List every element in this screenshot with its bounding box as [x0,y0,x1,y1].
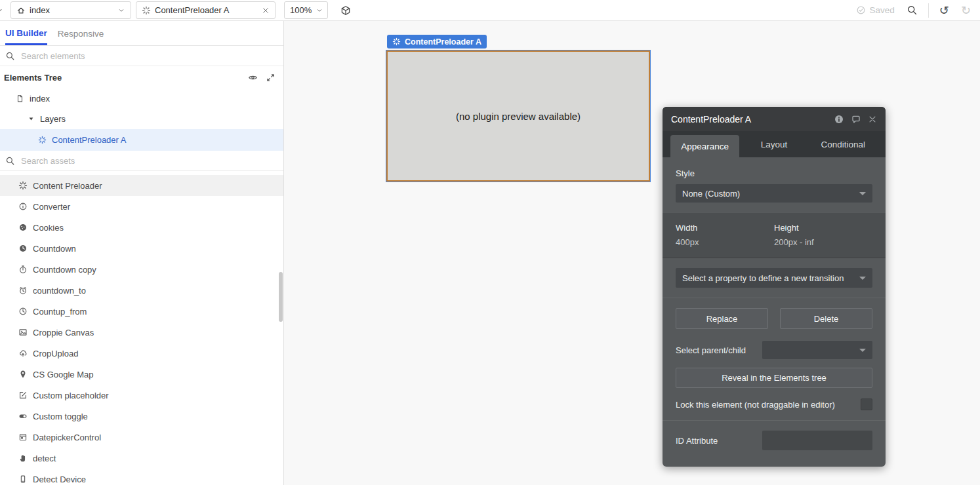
top-toolbar: index ContentPreloader A 100% Saved ↺ ↻ [0,0,980,21]
asset-label: Countdown copy [33,265,96,275]
asset-label: Custom placeholder [33,391,109,400]
list-item[interactable]: detect [0,448,283,469]
replace-button[interactable]: Replace [676,308,768,329]
asset-label: DatepickerControl [33,433,101,442]
tab-responsive[interactable]: Responsive [58,22,104,44]
transition-dropdown-placeholder: Select a property to define a new transi… [682,273,844,283]
search-icon[interactable] [907,5,918,16]
info-icon[interactable] [834,114,844,125]
toolbar-divider [928,3,929,18]
plugin-gear-icon [142,6,151,15]
style-label: Style [676,168,872,178]
clock-icon [18,307,28,316]
list-item[interactable]: CropUpload [0,343,283,364]
lock-element-label: Lock this element (not draggable in edit… [676,400,861,410]
asset-label: Converter [33,202,70,212]
panel-header[interactable]: ContentPreloader A [663,107,886,131]
page-selector-value: index [30,5,50,15]
tree-item-index[interactable]: index [0,88,283,109]
list-item[interactable]: Countdown [0,238,283,259]
asset-label: Croppie Canvas [33,328,94,338]
style-dropdown[interactable]: None (Custom) [676,184,872,203]
save-status-label: Saved [870,5,895,15]
tab-ui-builder[interactable]: UI Builder [5,22,47,45]
height-label: Height [774,223,872,233]
alarm-clock-icon [18,286,28,295]
height-value: 200px - inf [774,237,872,247]
expand-icon[interactable] [266,73,276,83]
stopwatch-icon [18,265,28,274]
list-item[interactable]: Custom placeholder [0,385,283,406]
gear-icon [18,181,28,190]
id-attribute-input[interactable] [762,431,872,450]
page-selector-dropdown[interactable]: index [10,1,131,19]
list-item[interactable]: countdown_to [0,280,283,301]
tab-conditional[interactable]: Conditional [809,131,878,157]
asset-label: Detect Device [33,475,86,484]
transition-dropdown[interactable]: Select a property to define a new transi… [676,268,872,288]
sidebar-scrollbar[interactable] [279,272,283,322]
contentpreloader-element[interactable]: (no plugin preview available) [386,50,650,182]
delete-button[interactable]: Delete [780,308,872,329]
eye-icon[interactable] [248,73,258,83]
search-assets-input[interactable] [21,156,278,166]
zoom-dropdown[interactable]: 100% [284,1,328,19]
list-item[interactable]: Croppie Canvas [0,322,283,343]
elements-tree-header: Elements Tree [0,66,283,88]
page-document-icon [16,94,24,103]
chevron-down-icon [859,349,866,352]
list-item[interactable]: Cookies [0,217,283,238]
element-tab-label: ContentPreloader A [155,5,229,15]
list-item[interactable]: Detect Device [0,469,283,485]
dimensions-section: Width 400px Height 200px - inf [663,212,886,258]
asset-label: CropUpload [33,349,78,359]
chevron-down-icon [859,277,866,280]
asset-label: Countdown [33,244,76,254]
selected-element-name: ContentPreloader A [405,37,481,47]
close-icon[interactable] [262,7,270,14]
redo-button[interactable]: ↻ [961,5,971,16]
search-elements-input[interactable] [21,51,278,61]
search-assets-bar [0,151,283,171]
list-item[interactable]: Countup_from [0,301,283,322]
phone-icon [18,475,28,484]
comment-icon[interactable] [851,114,861,125]
asset-label: countdown_to [33,286,86,296]
asset-label: Countup_from [33,307,87,317]
image-icon [18,328,28,337]
plugin-preview-placeholder: (no plugin preview available) [456,111,581,122]
search-icon [5,51,15,61]
chevron-down-icon [859,192,866,195]
parent-child-dropdown[interactable] [762,341,872,359]
reveal-in-tree-button[interactable]: Reveal in the Elements tree [676,368,872,388]
component-cube-icon[interactable] [340,5,351,16]
asset-label: detect [33,454,56,463]
asset-label: Content Preloader [33,181,102,191]
tab-layout[interactable]: Layout [739,131,808,157]
tree-item-label: index [30,94,50,104]
tab-appearance[interactable]: Appearance [670,135,739,157]
zoom-value: 100% [290,5,312,15]
list-item[interactable]: Converter [0,196,283,217]
map-pin-icon [18,370,28,379]
plugin-gear-icon [38,136,47,144]
tree-group-layers[interactable]: Layers [0,109,283,129]
list-item[interactable]: Custom toggle [0,406,283,427]
list-item[interactable]: Countdown copy [0,259,283,280]
list-item[interactable]: Content Preloader [0,175,283,196]
list-item[interactable]: DatepickerControl [0,427,283,448]
check-circle-icon [856,5,866,15]
undo-button[interactable]: ↺ [939,5,949,16]
tree-item-contentpreloader-selected[interactable]: ContentPreloader A [0,129,283,151]
edit-square-icon [18,391,28,400]
search-elements-bar [0,46,283,66]
tree-group-label: Layers [40,114,66,124]
lock-checkbox[interactable] [861,398,872,410]
close-icon[interactable] [868,115,877,124]
element-tab[interactable]: ContentPreloader A [136,1,276,19]
width-value: 400px [676,237,774,247]
elements-tree-title: Elements Tree [4,73,62,83]
save-status: Saved [856,5,895,15]
list-item[interactable]: CS Google Map [0,364,283,385]
clock-filled-icon [18,244,28,253]
